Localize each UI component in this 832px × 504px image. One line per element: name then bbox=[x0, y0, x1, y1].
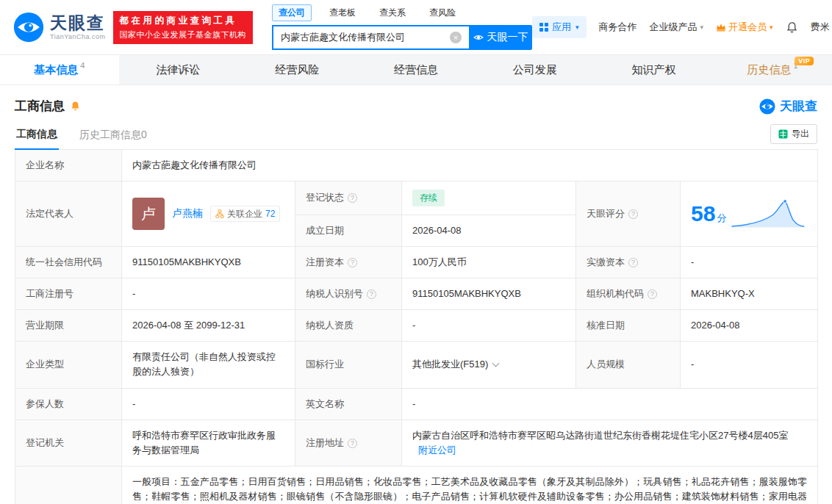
table-row: 营业期限 2026-04-08 至 2099-12-31 纳税人资质 - 核准日… bbox=[15, 310, 818, 342]
value-org-code: MAKBHKYQ-X bbox=[681, 278, 818, 310]
search-tab-company[interactable]: 查公司 bbox=[272, 4, 312, 21]
export-button[interactable]: 导出 bbox=[770, 124, 817, 144]
crown-icon bbox=[716, 23, 726, 32]
related-label: 关联企业 bbox=[227, 207, 262, 221]
value-reg-address: 内蒙古自治区呼和浩特市赛罕区昭乌达路街道世纪东街香榭花堤住宅小区27号楼4层40… bbox=[402, 420, 818, 466]
page: 天眼查 TianYanCha.com 都在用的商业查询工具 国家中小企业发展子基… bbox=[0, 0, 832, 504]
enterprise-label: 企业级产品 bbox=[650, 21, 697, 34]
label-credit-code: 统一社会信用代码 bbox=[15, 246, 122, 278]
nav-user-menu[interactable]: 费米 ▾ bbox=[811, 21, 832, 34]
score-distribution-chart bbox=[729, 195, 807, 232]
legal-rep-cell: 卢 卢燕楠 关联企业 72 bbox=[122, 181, 295, 247]
search-bar: × 天眼一下 bbox=[272, 25, 532, 50]
value-staff-size: - bbox=[681, 342, 818, 388]
slogan-badge: 都在用的商业查询工具 国家中小企业发展子基金旗下机构 bbox=[113, 11, 254, 44]
value-reg-authority: 呼和浩特市赛罕区行政审批政务服务与数据管理局 bbox=[122, 420, 295, 466]
help-icon[interactable]: ? bbox=[628, 258, 638, 267]
value-business-term: 2026-04-08 至 2099-12-31 bbox=[122, 310, 295, 342]
nav-enterprise-products[interactable]: 企业级产品 ▾ bbox=[650, 21, 704, 34]
subtab-history-business-info[interactable]: 历史工商信息0 bbox=[78, 129, 148, 149]
value-company-type: 有限责任公司（非自然人投资或控股的法人独资） bbox=[122, 342, 295, 388]
logo-text-block: 天眼查 TianYanCha.com bbox=[50, 14, 106, 40]
nav-open-vip[interactable]: 开通会员 ▾ bbox=[716, 21, 773, 34]
help-icon[interactable]: ? bbox=[348, 258, 357, 267]
search-tab-boss[interactable]: 查老板 bbox=[323, 5, 362, 21]
tab-operating-info[interactable]: 经营信息 bbox=[356, 55, 476, 84]
help-icon[interactable]: ? bbox=[348, 439, 357, 448]
label-establish-date: 成立日期 bbox=[295, 215, 402, 246]
tab-count: 4 bbox=[80, 61, 85, 70]
help-icon[interactable]: ? bbox=[648, 289, 657, 299]
business-info-table: 企业名称 内蒙古葩趣文化传播有限公司 法定代表人 卢 卢燕楠 bbox=[15, 149, 818, 504]
section-header: 工商信息 天眼查 bbox=[15, 85, 817, 124]
label-company-name: 企业名称 bbox=[15, 150, 122, 181]
legal-rep-link[interactable]: 卢燕楠 bbox=[172, 206, 203, 222]
tab-history-info[interactable]: VIP 历史信息 1 bbox=[713, 55, 832, 84]
top-header: 天眼查 TianYanCha.com 都在用的商业查询工具 国家中小企业发展子基… bbox=[0, 0, 832, 54]
subtab-business-info[interactable]: 工商信息 bbox=[15, 128, 59, 150]
search-button-label: 天眼一下 bbox=[487, 31, 528, 44]
label-reg-status: 登记状态? bbox=[295, 181, 402, 215]
monitor-bell-icon[interactable] bbox=[70, 101, 81, 112]
logo-title: 天眼查 bbox=[50, 14, 106, 32]
apps-menu[interactable]: 应用 ▾ bbox=[532, 16, 587, 38]
label-org-code: 组织机构代码? bbox=[576, 278, 681, 310]
bell-icon bbox=[786, 21, 798, 34]
value-reg-capital: 100万人民币 bbox=[402, 246, 576, 278]
slogan-line2: 国家中小企业发展子基金旗下机构 bbox=[120, 29, 247, 40]
org-chart-icon bbox=[215, 209, 224, 218]
slogan-line1: 都在用的商业查询工具 bbox=[120, 15, 247, 27]
avatar[interactable]: 卢 bbox=[132, 198, 165, 230]
chevron-down-icon: ▾ bbox=[700, 24, 704, 31]
search-tab-risk[interactable]: 查风险 bbox=[423, 5, 462, 21]
clear-search-icon[interactable]: × bbox=[450, 32, 462, 43]
label-industry: 国标行业 bbox=[295, 342, 402, 388]
subtab-bar: 工商信息 历史工商信息0 导出 bbox=[15, 124, 817, 150]
value-reg-number: - bbox=[122, 278, 295, 310]
eye-icon bbox=[473, 32, 484, 43]
related-companies-badge[interactable]: 关联企业 72 bbox=[210, 206, 280, 223]
tab-basic-info[interactable]: 基本信息 4 bbox=[0, 55, 119, 84]
help-icon[interactable]: ? bbox=[348, 193, 357, 203]
label-english-name: 英文名称 bbox=[295, 388, 402, 420]
search-type-tabs: 查公司 查老板 查关系 查风险 bbox=[272, 4, 532, 21]
value-paid-capital: - bbox=[681, 246, 818, 278]
table-row: 工商注册号 - 纳税人识别号? 91150105MAKBHKYQXB 组织机构代… bbox=[15, 278, 818, 310]
table-row: 登记机关 呼和浩特市赛罕区行政审批政务服务与数据管理局 注册地址? 内蒙古自治区… bbox=[15, 420, 818, 466]
nearby-companies-link[interactable]: 附近公司 bbox=[418, 444, 456, 456]
search-tab-relation[interactable]: 查关系 bbox=[373, 5, 412, 21]
notification-bell-button[interactable] bbox=[786, 21, 798, 34]
chevron-down-icon[interactable] bbox=[492, 360, 500, 367]
tab-intellectual-property[interactable]: 知识产权 bbox=[595, 55, 714, 84]
table-row: 企业类型 有限责任公司（非自然人投资或控股的法人独资） 国标行业 其他批发业(F… bbox=[15, 342, 818, 388]
help-icon[interactable]: ? bbox=[628, 209, 638, 219]
label-approval-date: 核准日期 bbox=[576, 310, 681, 342]
company-tab-bar: 基本信息 4 法律诉讼 经营风险 经营信息 公司发展 知识产权 VIP 历史信息… bbox=[0, 54, 832, 85]
related-count: 72 bbox=[265, 207, 275, 221]
table-row: 参保人数 - 英文名称 - bbox=[15, 388, 818, 420]
table-row: 经营范围? 一般项目：五金产品零售；日用百货销售；日用品销售；化妆品零售；工艺美… bbox=[15, 467, 818, 504]
tab-operating-risk[interactable]: 经营风险 bbox=[237, 55, 356, 84]
value-approval-date: 2026-04-08 bbox=[681, 310, 818, 342]
label-reg-capital: 注册资本? bbox=[295, 246, 402, 278]
tab-label: 知识产权 bbox=[631, 63, 675, 77]
value-english-name: - bbox=[402, 388, 818, 420]
search-input[interactable] bbox=[272, 25, 469, 50]
label-company-type: 企业类型 bbox=[15, 342, 122, 388]
help-icon[interactable]: ? bbox=[367, 289, 376, 299]
tab-label: 基本信息 bbox=[34, 63, 78, 77]
label-taxpayer-quality: 纳税人资质 bbox=[295, 310, 402, 342]
vip-badge: VIP bbox=[795, 57, 814, 65]
nav-business-cooperation[interactable]: 商务合作 bbox=[599, 21, 637, 34]
search-button[interactable]: 天眼一下 bbox=[469, 25, 532, 50]
apps-label: 应用 bbox=[552, 21, 571, 34]
tianyancha-logo[interactable]: 天眼查 TianYanCha.com bbox=[13, 12, 106, 43]
tab-company-development[interactable]: 公司发展 bbox=[476, 55, 595, 84]
score-cell: 58分 bbox=[681, 181, 818, 247]
tab-legal-proceedings[interactable]: 法律诉讼 bbox=[119, 55, 238, 84]
value-business-scope: 一般项目：五金产品零售；日用百货销售；日用品销售；化妆品零售；工艺美术品及收藏品… bbox=[122, 467, 818, 504]
value-taxpayer-id: 91150105MAKBHKYQXB bbox=[402, 278, 576, 310]
grid-icon bbox=[539, 23, 548, 32]
label-reg-address: 注册地址? bbox=[295, 420, 402, 466]
tab-label: 历史信息 bbox=[747, 63, 792, 77]
